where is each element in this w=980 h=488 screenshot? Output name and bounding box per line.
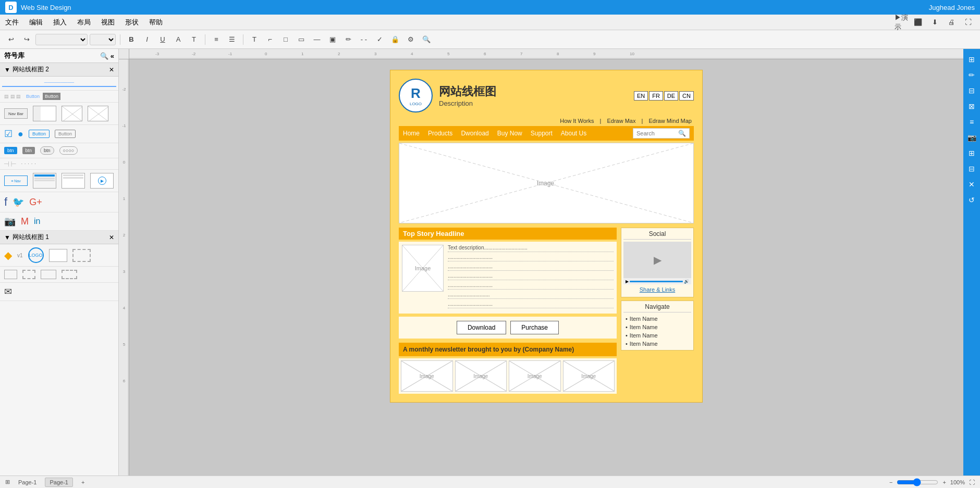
video-progress[interactable] [630, 281, 683, 282]
wf-search-input[interactable] [636, 130, 678, 136]
symbol-item-dots[interactable]: · · · · · [19, 160, 39, 167]
symbol-btn4[interactable]: btn [20, 145, 38, 156]
symbol-v1[interactable]: v1 [15, 246, 25, 264]
underline-btn[interactable]: U [156, 33, 169, 46]
fullscreen-btn[interactable]: ⛶ [969, 479, 975, 485]
section1-header[interactable]: ▼ 网站线框图 2 ✕ [0, 63, 118, 77]
nav-download[interactable]: Dwonload [461, 130, 488, 137]
pen-btn[interactable]: ✏ [341, 33, 355, 46]
symbol-small-rect2[interactable] [20, 269, 38, 280]
check-btn[interactable]: ✓ [373, 33, 386, 46]
purchase-btn[interactable]: Purchase [510, 321, 559, 334]
menu-shape[interactable]: 形状 [125, 18, 139, 27]
download-btn[interactable]: Download [457, 321, 506, 334]
right-panel-icon-7[interactable]: ⊞ [965, 147, 978, 159]
redo-btn[interactable]: ↪ [20, 33, 33, 46]
symbol-logo2[interactable]: LOGO [26, 246, 46, 264]
nav-aboutus[interactable]: About Us [561, 130, 586, 137]
symbol-fb-icon[interactable]: f [2, 194, 9, 210]
font-color-btn[interactable]: A [172, 33, 185, 46]
lang-fr-btn[interactable]: FR [649, 91, 663, 101]
symbol-rect2[interactable] [70, 246, 93, 264]
symbol-item[interactable]: Button [24, 93, 42, 100]
symbol-item-sidebar[interactable] [31, 105, 58, 122]
symbol-item-circle[interactable]: ● [16, 127, 26, 141]
top-link-3[interactable]: Edraw Mind Map [648, 118, 692, 124]
menu-insert[interactable]: 插入 [53, 18, 67, 27]
print-icon[interactable]: 🖨 [945, 16, 958, 29]
symbol-item-img[interactable] [59, 105, 84, 122]
symbol-diamond[interactable]: ◆ [2, 246, 14, 264]
status-grid-icon[interactable]: ⊞ [5, 479, 10, 485]
symbol-item[interactable]: Button [43, 93, 60, 100]
symbol-rect1[interactable] [47, 246, 69, 264]
line-btn[interactable]: — [310, 33, 324, 46]
right-panel-icon-1[interactable]: ⊞ [965, 53, 978, 66]
size-select[interactable] [90, 34, 116, 45]
right-panel-icon-5[interactable]: ≡ [965, 116, 978, 128]
right-panel-icon-9[interactable]: ✕ [965, 178, 978, 191]
symbol-small-rect3[interactable] [39, 269, 58, 280]
bold-btn[interactable]: B [125, 33, 138, 46]
symbol-linkedin-icon[interactable]: in [32, 215, 42, 228]
symbol-item-btn2[interactable]: Button [53, 127, 78, 141]
menu-view[interactable]: 视图 [101, 18, 115, 27]
page-tab[interactable]: Page-1 [45, 478, 72, 487]
menu-edit[interactable]: 编辑 [29, 18, 43, 27]
nav-products[interactable]: Products [428, 130, 452, 137]
right-panel-icon-8[interactable]: ⊟ [965, 162, 978, 175]
symbol-s2-email[interactable]: ✉ [2, 285, 14, 298]
zoom-out-btn[interactable]: − [889, 479, 892, 485]
undo-btn[interactable]: ↩ [4, 33, 18, 46]
nav-home[interactable]: Home [403, 130, 420, 137]
zoom-slider[interactable] [897, 478, 938, 486]
dash-btn[interactable]: - - [357, 33, 371, 46]
zoom-in-btn[interactable]: + [942, 479, 946, 485]
text-btn[interactable]: T [248, 33, 261, 46]
symbol-content1[interactable] [31, 172, 58, 190]
menu-file[interactable]: 文件 [5, 18, 19, 27]
section2-close-icon[interactable]: ✕ [109, 234, 114, 241]
panel-collapse-icon[interactable]: « [111, 52, 114, 60]
connector-btn[interactable]: ⌐ [263, 33, 277, 46]
search-toolbar-btn[interactable]: 🔍 [420, 33, 433, 46]
top-link-2[interactable]: Edraw Max [607, 118, 635, 124]
download-icon[interactable]: ⬇ [928, 16, 941, 29]
symbol-content2[interactable] [59, 172, 87, 190]
symbol-twitter-icon[interactable]: 🐦 [10, 194, 26, 210]
panel-search-icon[interactable]: 🔍 [100, 52, 108, 60]
fill-btn[interactable]: ▣ [326, 33, 339, 46]
export-icon[interactable]: ⬛ [911, 16, 925, 29]
volume-icon[interactable]: 🔊 [684, 279, 689, 284]
rect-btn[interactable]: □ [279, 33, 292, 46]
font-select[interactable] [35, 34, 88, 45]
symbol-item-img2[interactable] [85, 105, 111, 122]
play-btn-small[interactable]: ▶ [626, 279, 629, 284]
symbol-instagram-icon[interactable]: 📷 [2, 215, 18, 228]
align-center-btn[interactable]: ☰ [225, 33, 239, 46]
share-links-btn[interactable]: Share & Links [623, 284, 691, 295]
right-panel-icon-2[interactable]: ✏ [965, 69, 978, 81]
symbol-content3[interactable]: ▶ [88, 172, 116, 190]
symbol-small-rect1[interactable] [2, 269, 19, 280]
lock-btn[interactable]: 🔒 [388, 33, 402, 46]
lang-de-btn[interactable]: DE [664, 91, 678, 101]
lang-cn-btn[interactable]: CN [679, 91, 694, 101]
symbol-small-rect4[interactable] [59, 269, 79, 280]
align-left-btn[interactable]: ≡ [210, 33, 223, 46]
play-icon[interactable]: ▶ [654, 254, 662, 266]
symbol-btn3[interactable]: btn [2, 145, 19, 156]
symbol-nav2[interactable]: ≡ Nav [2, 172, 30, 190]
rounded-rect-btn[interactable]: ▭ [295, 33, 308, 46]
fullscreen-icon[interactable]: ⛶ [961, 16, 975, 29]
nav-buynow[interactable]: Buy Now [497, 130, 522, 137]
top-link-1[interactable]: How It Works [560, 118, 594, 124]
symbol-item-btn1[interactable]: Button [27, 127, 52, 141]
symbol-item-nav[interactable]: Nav Bar [2, 105, 30, 122]
right-panel-icon-10[interactable]: ↺ [965, 194, 978, 206]
lang-en-btn[interactable]: EN [634, 91, 648, 101]
right-panel-icon-3[interactable]: ⊟ [965, 84, 978, 97]
settings-btn[interactable]: ⚙ [404, 33, 418, 46]
menu-help[interactable]: 帮助 [149, 18, 163, 27]
strikethrough-btn[interactable]: T [187, 33, 201, 46]
